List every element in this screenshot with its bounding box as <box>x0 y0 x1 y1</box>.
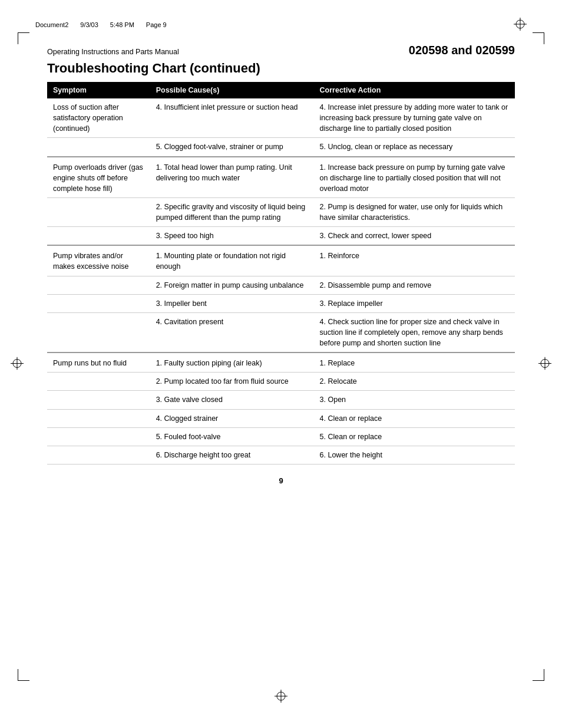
action-cell: 4. Increase inlet pressure by adding mor… <box>314 98 515 138</box>
symptom-cell <box>47 373 150 391</box>
symptom-cell <box>47 294 150 312</box>
corner-mark-tr <box>533 32 544 44</box>
cause-text: 1. Total head lower than pump rating. Un… <box>156 163 292 182</box>
cause-text: 3. Speed too high <box>156 232 214 240</box>
action-text: 6. Lower the height <box>320 451 382 459</box>
action-cell: 3. Check and correct, lower speed <box>314 227 515 246</box>
bottom-crosshair <box>275 690 287 704</box>
cause-cell: 4. Cavitation present <box>150 312 314 353</box>
action-cell: 2. Relocate <box>314 373 515 391</box>
symptom-cell: Pump overloads driver (gas engine shuts … <box>47 157 150 198</box>
content-area: Operating Instructions and Parts Manual … <box>0 38 562 509</box>
cause-text: 4. Cavitation present <box>156 318 224 326</box>
table-row: 2. Pump located too far from fluid sourc… <box>47 373 515 391</box>
table-row: Pump vibrates and/or makes excessive noi… <box>47 245 515 276</box>
table-row: 5. Fouled foot-valve5. Clean or replace <box>47 427 515 446</box>
symptom-cell <box>47 312 150 353</box>
symptom-cell <box>47 391 150 409</box>
symptom-cell <box>47 427 150 446</box>
table-row: 5. Clogged foot-valve, strainer or pump5… <box>47 138 515 157</box>
action-cell: 6. Lower the height <box>314 446 515 464</box>
action-cell: 2. Pump is designed for water, use only … <box>314 197 515 226</box>
cause-text: 3. Gate valve closed <box>156 396 223 404</box>
action-cell: 4. Check suction line for proper size an… <box>314 312 515 353</box>
col-header-action: Corrective Action <box>314 82 515 98</box>
action-text: 1. Replace <box>320 359 355 367</box>
cause-cell: 3. Gate valve closed <box>150 391 314 409</box>
table-row: 3. Speed too high3. Check and correct, l… <box>47 227 515 246</box>
action-text: 1. Reinforce <box>320 252 359 260</box>
action-text: 4. Clean or replace <box>320 414 382 423</box>
cause-cell: 2. Foreign matter in pump causing unbala… <box>150 276 314 294</box>
side-crosshair-right <box>538 357 551 371</box>
symptom-cell <box>47 409 150 427</box>
cause-cell: 4. Clogged strainer <box>150 409 314 427</box>
cause-text: 1. Mounting plate or foundation not rigi… <box>156 252 286 271</box>
symptom-text: Pump overloads driver (gas engine shuts … <box>53 163 143 193</box>
cause-cell: 5. Clogged foot-valve, strainer or pump <box>150 138 314 157</box>
symptom-text: Pump runs but no fluid <box>53 359 127 367</box>
cause-text: 2. Pump located too far from fluid sourc… <box>156 377 289 386</box>
action-text: 5. Clean or replace <box>320 433 382 441</box>
doc-meta-date: 9/3/03 <box>80 21 98 28</box>
action-cell: 4. Clean or replace <box>314 409 515 427</box>
doc-subtitle: Operating Instructions and Parts Manual <box>47 48 179 56</box>
action-text: 1. Increase back pressure on pump by tur… <box>320 163 505 193</box>
top-crosshair <box>514 18 527 32</box>
cause-text: 5. Fouled foot-valve <box>156 433 221 441</box>
page-number: 9 <box>47 476 515 485</box>
table-row: Loss of suction after satisfactory opera… <box>47 98 515 138</box>
action-text: 2. Relocate <box>320 377 357 386</box>
table-row: 6. Discharge height too great6. Lower th… <box>47 446 515 464</box>
top-meta-bar: Document2 9/3/03 5:48 PM Page 9 <box>0 0 562 38</box>
action-text: 3. Check and correct, lower speed <box>320 232 432 240</box>
cause-cell: 3. Impeller bent <box>150 294 314 312</box>
action-text: 4. Check suction line for proper size an… <box>320 318 503 347</box>
cause-cell: 5. Fouled foot-valve <box>150 427 314 446</box>
cause-cell: 1. Mounting plate or foundation not rigi… <box>150 245 314 276</box>
cause-text: 2. Specific gravity and viscosity of liq… <box>156 203 306 222</box>
action-text: 2. Disassemble pump and remove <box>320 281 432 289</box>
col-header-symptom: Symptom <box>47 82 150 98</box>
cause-text: 2. Foreign matter in pump causing unbala… <box>156 281 304 289</box>
cause-text: 1. Faulty suction piping (air leak) <box>156 359 262 367</box>
cause-cell: 3. Speed too high <box>150 227 314 246</box>
action-text: 4. Increase inlet pressure by adding mor… <box>320 103 508 133</box>
action-cell: 1. Increase back pressure on pump by tur… <box>314 157 515 198</box>
action-cell: 3. Open <box>314 391 515 409</box>
side-crosshair-left <box>11 357 24 371</box>
symptom-cell <box>47 227 150 246</box>
cause-cell: 2. Pump located too far from fluid sourc… <box>150 373 314 391</box>
cause-text: 4. Insufficient inlet pressure or suctio… <box>156 103 298 111</box>
page-title: Troubleshooting Chart (continued) <box>47 61 515 76</box>
symptom-cell <box>47 446 150 464</box>
action-text: 2. Pump is designed for water, use only … <box>320 203 503 222</box>
table-row: 4. Cavitation present4. Check suction li… <box>47 312 515 353</box>
symptom-cell: Pump vibrates and/or makes excessive noi… <box>47 245 150 276</box>
cause-cell: 1. Total head lower than pump rating. Un… <box>150 157 314 198</box>
cause-cell: 1. Faulty suction piping (air leak) <box>150 353 314 373</box>
symptom-cell: Pump runs but no fluid <box>47 353 150 373</box>
action-text: 3. Replace impeller <box>320 299 383 308</box>
cause-cell: 2. Specific gravity and viscosity of liq… <box>150 197 314 226</box>
action-cell: 1. Reinforce <box>314 245 515 276</box>
action-text: 5. Unclog, clean or replace as necessary <box>320 143 453 151</box>
symptom-cell <box>47 197 150 226</box>
table-row: Pump runs but no fluid1. Faulty suction … <box>47 353 515 373</box>
cause-cell: 6. Discharge height too great <box>150 446 314 464</box>
corner-mark-tl <box>18 32 29 44</box>
cause-cell: 4. Insufficient inlet pressure or suctio… <box>150 98 314 138</box>
top-meta-left: Document2 9/3/03 5:48 PM Page 9 <box>35 21 167 28</box>
corner-mark-br <box>533 669 544 681</box>
cause-text: 4. Clogged strainer <box>156 414 219 423</box>
symptom-text: Loss of suction after satisfactory opera… <box>53 103 123 133</box>
action-cell: 5. Unclog, clean or replace as necessary <box>314 138 515 157</box>
table-row: 4. Clogged strainer4. Clean or replace <box>47 409 515 427</box>
action-cell: 5. Clean or replace <box>314 427 515 446</box>
symptom-cell: Loss of suction after satisfactory opera… <box>47 98 150 138</box>
action-cell: 1. Replace <box>314 353 515 373</box>
symptom-cell <box>47 138 150 157</box>
doc-meta-time: 5:48 PM <box>110 21 134 28</box>
symptom-text: Pump vibrates and/or makes excessive noi… <box>53 252 129 271</box>
table-row: 3. Gate valve closed3. Open <box>47 391 515 409</box>
